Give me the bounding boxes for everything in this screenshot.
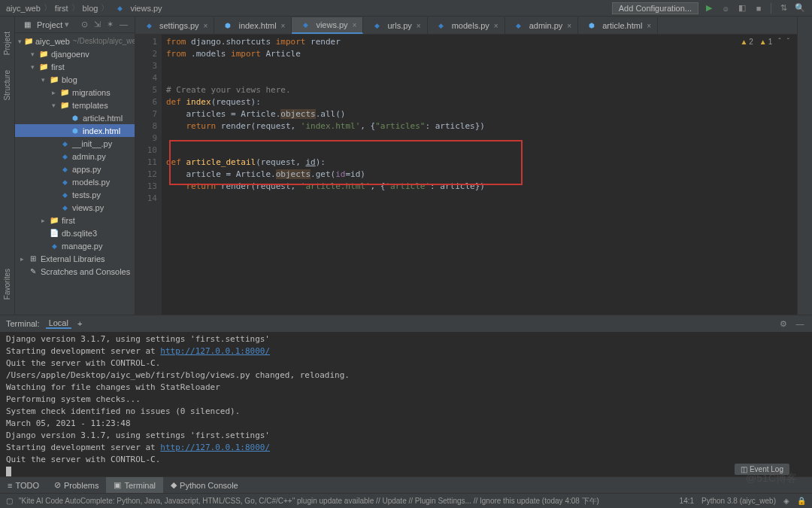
collapse-icon[interactable]: ✶ <box>107 20 117 30</box>
close-icon[interactable]: × <box>204 22 208 30</box>
project-tool-button[interactable]: Project <box>3 32 11 55</box>
library-icon: ⊞ <box>28 254 38 264</box>
tree-root[interactable]: ▾ 📁 aiyc_web ~/Desktop/aiyc_we <box>15 35 135 47</box>
breadcrumb-sep-icon: 〉 <box>44 2 52 14</box>
tree-label: models.py <box>72 178 110 187</box>
breadcrumb-project[interactable]: aiyc_web <box>6 4 41 13</box>
tree-item-admin-py[interactable]: ◆admin.py <box>15 150 135 163</box>
chevron-down-icon[interactable]: ˇ <box>787 38 789 46</box>
tree-item-templates[interactable]: ▾📁templates <box>15 99 135 111</box>
project-tree[interactable]: ▾ 📁 aiyc_web ~/Desktop/aiyc_we ▾📁djangoe… <box>15 33 135 315</box>
coverage-icon[interactable]: ◧ <box>736 2 748 14</box>
editor-tab-article-html[interactable]: ⬢article.html× <box>578 17 658 34</box>
tree-item-tests-py[interactable]: ◆tests.py <box>15 188 135 201</box>
bottom-tool-tabs: ≡TODO ⊘Problems ▣Terminal ◆Python Consol… <box>0 476 812 493</box>
search-icon[interactable]: 🔍 <box>794 2 806 14</box>
inspection-widget[interactable]: ▲2 ▲1 ˆ ˇ <box>740 38 789 46</box>
python-file-icon: ◆ <box>436 20 447 31</box>
terminal-header: Terminal: Local + ⚙ — <box>0 315 812 332</box>
tree-item-blog[interactable]: ▾📁blog <box>15 73 135 86</box>
add-configuration-button[interactable]: Add Configuration... <box>612 2 698 14</box>
tree-arrow-icon[interactable]: ▾ <box>29 63 36 71</box>
tree-label: External Libraries <box>41 254 105 263</box>
add-terminal-button[interactable]: + <box>77 319 82 328</box>
stop-icon[interactable]: ■ <box>753 2 765 14</box>
breadcrumb[interactable]: aiyc_web 〉 first 〉 blog 〉 ◆ views.py <box>6 2 162 14</box>
problems-tab[interactable]: ⊘Problems <box>47 477 106 493</box>
line-gutter[interactable]: 1234567891011121314 <box>135 35 162 315</box>
tree-item-index-html[interactable]: ⬢index.html <box>15 124 135 137</box>
editor-tab-index-html[interactable]: ⬢index.html× <box>214 17 292 34</box>
chevron-down-icon[interactable]: ▾ <box>18 38 22 45</box>
tree-arrow-icon[interactable]: ▸ <box>50 89 57 96</box>
tree-item---init---py[interactable]: ◆__init__.py <box>15 137 135 150</box>
hide-icon[interactable]: — <box>794 318 806 330</box>
editor-body[interactable]: 1234567891011121314 from django.shortcut… <box>135 35 797 315</box>
tree-arrow-icon[interactable]: ▾ <box>29 50 36 58</box>
tree-arrow-icon[interactable]: ▸ <box>18 255 26 263</box>
problems-icon: ⊘ <box>54 480 61 490</box>
gear-icon[interactable]: ⚙ <box>777 318 789 330</box>
editor-tab-admin-py[interactable]: ◆admin.py× <box>505 17 578 34</box>
run-icon[interactable]: ▶ <box>703 2 715 14</box>
interpreter-label[interactable]: Python 3.8 (aiyc_web) <box>701 497 776 505</box>
tree-arrow-icon[interactable]: ▾ <box>50 102 57 109</box>
python-file-icon: ◆ <box>49 241 59 251</box>
tree-item-manage-py[interactable]: ◆manage.py <box>15 239 135 252</box>
tree-arrow-icon[interactable]: ▾ <box>39 76 47 84</box>
select-opened-file-icon[interactable]: ⊙ <box>81 20 92 30</box>
editor-tab-urls-py[interactable]: ◆urls.py× <box>363 17 427 34</box>
server-url-link[interactable]: http://127.0.0.1:8000/ <box>160 443 270 452</box>
tree-item-first[interactable]: ▾📁first <box>15 60 135 73</box>
favorites-tool-button[interactable]: Favorites <box>3 269 11 300</box>
tree-item-external-libraries[interactable]: ▸⊞External Libraries <box>15 252 135 265</box>
close-icon[interactable]: × <box>567 22 571 30</box>
expand-all-icon[interactable]: ⇲ <box>94 20 105 30</box>
todo-icon: ≡ <box>8 481 12 490</box>
kite-status[interactable]: "Kite AI Code AutoComplete: Python, Java… <box>19 496 599 506</box>
editor-tab-views-py[interactable]: ◆views.py× <box>292 17 363 34</box>
sidebar-header: ▦ Project ▾ ⊙ ⇲ ✶ — <box>15 17 135 33</box>
project-dropdown[interactable]: ▦ Project ▾ <box>20 20 69 30</box>
chevron-up-icon[interactable]: ˆ <box>778 38 780 46</box>
cursor-position[interactable]: 14:1 <box>680 497 694 505</box>
terminal-tab[interactable]: ▣Terminal <box>106 477 163 493</box>
close-icon[interactable]: × <box>417 22 421 30</box>
tree-item-migrations[interactable]: ▸📁migrations <box>15 86 135 99</box>
tree-label: admin.py <box>72 152 106 161</box>
breadcrumb-file[interactable]: views.py <box>130 4 162 13</box>
kite-icon[interactable]: ◈ <box>783 497 789 505</box>
tree-item-models-py[interactable]: ◆models.py <box>15 175 135 188</box>
breadcrumb-subfolder[interactable]: blog <box>83 4 98 13</box>
todo-tab[interactable]: ≡TODO <box>0 477 47 493</box>
close-icon[interactable]: × <box>353 21 357 29</box>
debug-icon[interactable]: ⌾ <box>720 2 732 14</box>
tree-item-views-py[interactable]: ◆views.py <box>15 201 135 214</box>
close-icon[interactable]: × <box>494 22 498 30</box>
project-icon: ▦ <box>22 20 32 30</box>
close-icon[interactable]: × <box>281 22 286 30</box>
editor-tab-models-py[interactable]: ◆models.py× <box>428 17 505 34</box>
structure-tool-button[interactable]: Structure <box>3 70 11 101</box>
tree-item-djangoenv[interactable]: ▾📁djangoenv <box>15 47 135 60</box>
terminal-output[interactable]: Django version 3.1.7, using settings 'fi… <box>0 332 812 476</box>
tree-label: templates <box>72 101 108 110</box>
tree-arrow-icon[interactable]: ▸ <box>39 217 47 224</box>
lock-icon[interactable]: 🔒 <box>797 497 806 505</box>
event-log-button[interactable]: ◫ Event Log <box>735 464 789 475</box>
terminal-tab-local[interactable]: Local <box>46 318 71 329</box>
hide-icon[interactable]: — <box>120 20 130 30</box>
python-console-tab[interactable]: ◆Python Console <box>163 477 246 493</box>
server-url-link[interactable]: http://127.0.0.1:8000/ <box>160 346 270 356</box>
tree-item-first[interactable]: ▸📁first <box>15 214 135 227</box>
tree-item-scratches-and-consoles[interactable]: ✎Scratches and Consoles <box>15 265 135 278</box>
git-icon[interactable]: ⇅ <box>777 2 789 14</box>
tree-item-apps-py[interactable]: ◆apps.py <box>15 163 135 175</box>
code-area[interactable]: from django.shortcuts import render from… <box>162 35 797 315</box>
editor-tab-settings-py[interactable]: ◆settings.py× <box>135 17 214 34</box>
close-icon[interactable]: × <box>647 22 651 30</box>
tree-item-article-html[interactable]: ⬢article.html <box>15 111 135 124</box>
tree-label: tests.py <box>72 190 101 199</box>
breadcrumb-folder[interactable]: first <box>55 4 68 13</box>
tree-item-db-sqlite3[interactable]: 📄db.sqlite3 <box>15 227 135 239</box>
